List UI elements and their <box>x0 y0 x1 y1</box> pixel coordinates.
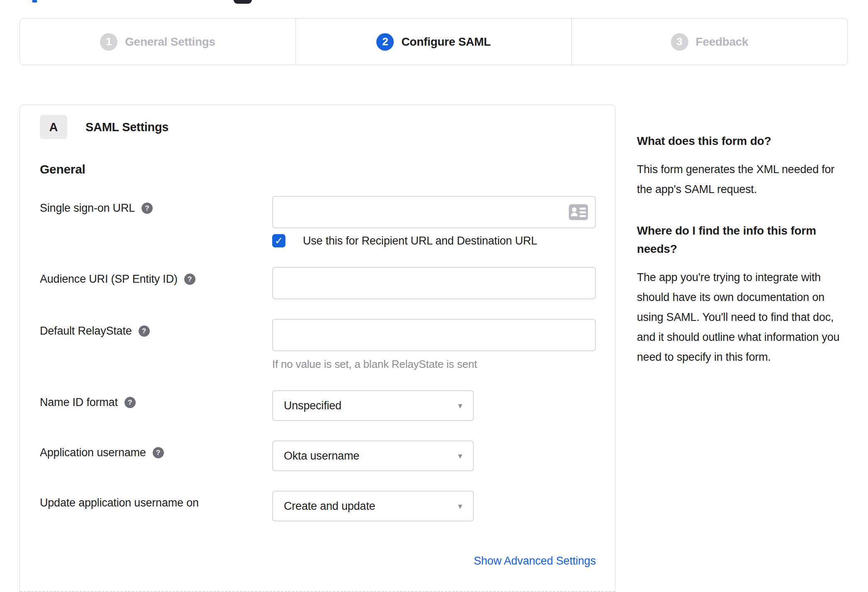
step-general-settings[interactable]: 1 General Settings <box>20 19 295 65</box>
step-2-label: Configure SAML <box>401 35 490 49</box>
relaystate-input[interactable] <box>272 319 596 351</box>
sso-url-label-group: Single sign-on URL ? <box>40 196 272 247</box>
sidebar-paragraph-what: This form generates the XML needed for t… <box>637 159 846 199</box>
advanced-settings-row: Show Advanced Settings <box>272 555 596 568</box>
show-advanced-settings-link[interactable]: Show Advanced Settings <box>474 555 596 567</box>
name-id-format-value: Unspecified <box>284 399 341 412</box>
wizard-stepper: 1 General Settings 2 Configure SAML 3 Fe… <box>20 18 848 65</box>
sidebar-paragraph-where: The app you're trying to integrate with … <box>637 267 846 367</box>
audience-uri-row: Audience URI (SP Entity ID) ? <box>40 267 595 299</box>
application-username-select[interactable]: Okta username ▾ <box>272 440 474 471</box>
audience-uri-input[interactable] <box>272 267 596 299</box>
step-2-number: 2 <box>376 33 394 51</box>
step-1-number: 1 <box>100 33 117 51</box>
step-3-number: 3 <box>671 33 688 51</box>
audience-uri-label-group: Audience URI (SP Entity ID) ? <box>40 267 272 299</box>
relaystate-row: Default RelayState ? If no value is set,… <box>40 319 595 371</box>
audience-uri-input-wrap <box>272 267 596 299</box>
update-username-row: Update application username on Create an… <box>40 491 595 521</box>
relaystate-label-group: Default RelayState ? <box>40 319 272 371</box>
saml-settings-panel: A SAML Settings General Single sign-on U… <box>20 105 615 592</box>
panel-header: A SAML Settings <box>40 115 595 139</box>
sidebar-heading-what: What does this form do? <box>637 132 846 150</box>
update-username-label: Update application username on <box>40 496 199 510</box>
configure-saml-page: { "icons": { "help": "?", "check": "✓", … <box>0 0 868 592</box>
chevron-down-icon: ▾ <box>458 451 462 461</box>
recipient-url-checkbox[interactable]: ✓ <box>272 234 285 247</box>
cutoff-logo-fragment <box>32 0 37 2</box>
update-username-value: Create and update <box>284 500 375 513</box>
help-sidebar: What does this form do? This form genera… <box>637 132 846 367</box>
step-1-label: General Settings <box>125 35 215 49</box>
sso-url-input[interactable] <box>272 196 596 228</box>
cutoff-title-fragment <box>234 0 252 4</box>
application-username-row: Application username ? Okta username ▾ <box>40 440 595 471</box>
name-id-format-label: Name ID format <box>40 395 118 409</box>
chevron-down-icon: ▾ <box>458 501 462 511</box>
recipient-url-checkbox-label[interactable]: Use this for Recipient URL and Destinati… <box>303 235 537 247</box>
name-id-format-select[interactable]: Unspecified ▾ <box>272 390 474 421</box>
sso-url-help-icon[interactable]: ? <box>141 203 153 214</box>
application-username-label-group: Application username ? <box>40 440 272 471</box>
application-username-help-icon[interactable]: ? <box>153 447 164 458</box>
name-id-format-row: Name ID format ? Unspecified ▾ <box>40 390 595 421</box>
audience-uri-label: Audience URI (SP Entity ID) <box>40 272 178 286</box>
name-id-format-help-icon[interactable]: ? <box>124 397 136 408</box>
application-username-label: Application username <box>40 445 146 460</box>
address-card-icon <box>568 204 588 220</box>
sso-url-row: Single sign-on URL ? ✓ Use this for Reci… <box>40 196 595 247</box>
name-id-format-label-group: Name ID format ? <box>40 390 272 421</box>
update-username-select[interactable]: Create and update ▾ <box>272 491 474 521</box>
general-group-heading: General <box>40 162 595 176</box>
section-a-badge: A <box>40 115 67 139</box>
chevron-down-icon: ▾ <box>458 401 462 411</box>
step-feedback[interactable]: 3 Feedback <box>571 19 847 65</box>
relaystate-hint: If no value is set, a blank RelayState i… <box>272 358 596 371</box>
sso-url-label: Single sign-on URL <box>40 201 135 215</box>
step-configure-saml[interactable]: 2 Configure SAML <box>295 19 571 65</box>
audience-uri-help-icon[interactable]: ? <box>184 274 195 285</box>
sso-url-input-wrap <box>272 196 596 228</box>
application-username-value: Okta username <box>284 450 359 462</box>
update-username-label-group: Update application username on <box>40 491 272 521</box>
section-title: SAML Settings <box>85 120 168 134</box>
relaystate-help-icon[interactable]: ? <box>139 325 150 337</box>
relaystate-label: Default RelayState <box>40 324 132 338</box>
step-3-label: Feedback <box>696 35 749 49</box>
sidebar-heading-where: Where do I find the info this form needs… <box>637 222 846 258</box>
recipient-url-checkbox-row: ✓ Use this for Recipient URL and Destina… <box>272 234 596 247</box>
relaystate-input-wrap <box>272 319 596 351</box>
